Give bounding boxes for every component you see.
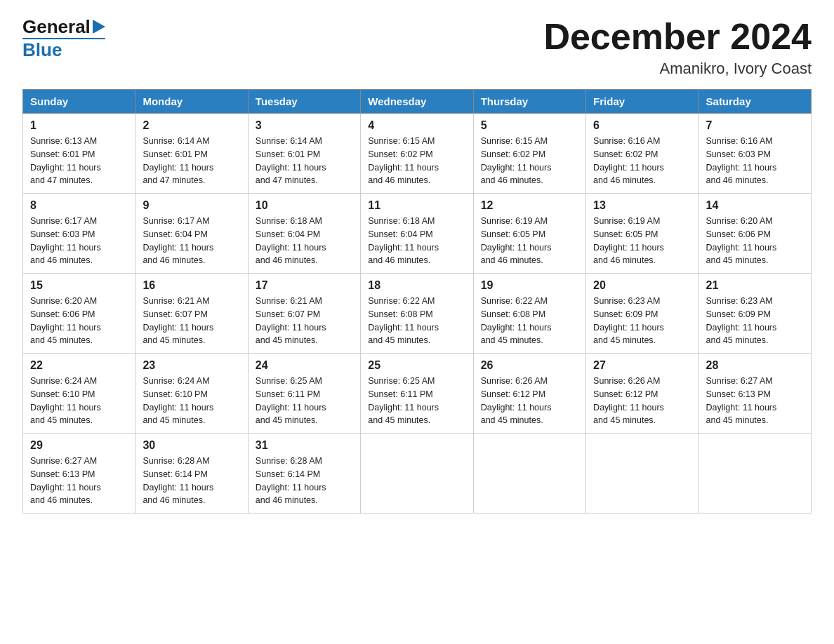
- day-number: 12: [481, 199, 578, 212]
- day-number: 20: [593, 279, 691, 292]
- day-info: Sunrise: 6:13 AMSunset: 6:01 PMDaylight:…: [30, 136, 101, 185]
- day-number: 19: [481, 279, 578, 292]
- day-number: 26: [481, 359, 578, 372]
- calendar-cell: 6 Sunrise: 6:16 AMSunset: 6:02 PMDayligh…: [586, 114, 699, 194]
- calendar-cell: 21 Sunrise: 6:23 AMSunset: 6:09 PMDaylig…: [699, 274, 811, 354]
- calendar-cell: 26 Sunrise: 6:26 AMSunset: 6:12 PMDaylig…: [473, 354, 585, 434]
- calendar-cell: 2 Sunrise: 6:14 AMSunset: 6:01 PMDayligh…: [135, 114, 248, 194]
- calendar-cell: 24 Sunrise: 6:25 AMSunset: 6:11 PMDaylig…: [248, 354, 360, 434]
- day-number: 10: [256, 199, 353, 212]
- day-number: 29: [30, 439, 128, 452]
- day-number: 31: [256, 439, 353, 452]
- day-info: Sunrise: 6:28 AMSunset: 6:14 PMDaylight:…: [143, 456, 213, 505]
- calendar-cell: 20 Sunrise: 6:23 AMSunset: 6:09 PMDaylig…: [586, 274, 699, 354]
- day-info: Sunrise: 6:15 AMSunset: 6:02 PMDaylight:…: [368, 136, 439, 185]
- day-number: 7: [706, 119, 804, 132]
- day-number: 8: [30, 199, 128, 212]
- day-info: Sunrise: 6:25 AMSunset: 6:11 PMDaylight:…: [256, 376, 326, 425]
- week-row-2: 8 Sunrise: 6:17 AMSunset: 6:03 PMDayligh…: [23, 194, 812, 274]
- calendar-table: Sunday Monday Tuesday Wednesday Thursday…: [22, 89, 812, 514]
- day-number: 28: [706, 359, 804, 372]
- day-number: 15: [30, 279, 128, 292]
- day-number: 13: [593, 199, 691, 212]
- calendar-cell: 13 Sunrise: 6:19 AMSunset: 6:05 PMDaylig…: [586, 194, 699, 274]
- day-info: Sunrise: 6:25 AMSunset: 6:11 PMDaylight:…: [368, 376, 439, 425]
- day-info: Sunrise: 6:21 AMSunset: 6:07 PMDaylight:…: [256, 296, 326, 345]
- calendar-cell: 11 Sunrise: 6:18 AMSunset: 6:04 PMDaylig…: [361, 194, 473, 274]
- day-info: Sunrise: 6:22 AMSunset: 6:08 PMDaylight:…: [368, 296, 439, 345]
- day-number: 2: [143, 119, 240, 132]
- day-info: Sunrise: 6:20 AMSunset: 6:06 PMDaylight:…: [30, 296, 101, 345]
- calendar-cell: [361, 434, 473, 514]
- day-number: 14: [706, 199, 804, 212]
- calendar-cell: 12 Sunrise: 6:19 AMSunset: 6:05 PMDaylig…: [473, 194, 585, 274]
- day-number: 3: [256, 119, 353, 132]
- logo-general-text: General: [22, 18, 91, 36]
- calendar-cell: 7 Sunrise: 6:16 AMSunset: 6:03 PMDayligh…: [699, 114, 811, 194]
- header-sunday: Sunday: [23, 90, 135, 114]
- day-number: 23: [143, 359, 240, 372]
- day-info: Sunrise: 6:27 AMSunset: 6:13 PMDaylight:…: [30, 456, 101, 505]
- calendar-cell: 31 Sunrise: 6:28 AMSunset: 6:14 PMDaylig…: [248, 434, 360, 514]
- header-tuesday: Tuesday: [248, 90, 360, 114]
- calendar-cell: 18 Sunrise: 6:22 AMSunset: 6:08 PMDaylig…: [361, 274, 473, 354]
- day-info: Sunrise: 6:26 AMSunset: 6:12 PMDaylight:…: [593, 376, 664, 425]
- day-info: Sunrise: 6:26 AMSunset: 6:12 PMDaylight:…: [481, 376, 552, 425]
- day-info: Sunrise: 6:24 AMSunset: 6:10 PMDaylight:…: [143, 376, 213, 425]
- calendar-cell: 25 Sunrise: 6:25 AMSunset: 6:11 PMDaylig…: [361, 354, 473, 434]
- week-row-1: 1 Sunrise: 6:13 AMSunset: 6:01 PMDayligh…: [23, 114, 812, 194]
- day-info: Sunrise: 6:18 AMSunset: 6:04 PMDaylight:…: [368, 216, 439, 265]
- day-number: 30: [143, 439, 240, 452]
- location-title: Amanikro, Ivory Coast: [543, 60, 812, 78]
- day-info: Sunrise: 6:19 AMSunset: 6:05 PMDaylight:…: [593, 216, 664, 265]
- day-number: 21: [706, 279, 804, 292]
- calendar-cell: 17 Sunrise: 6:21 AMSunset: 6:07 PMDaylig…: [248, 274, 360, 354]
- day-number: 5: [481, 119, 578, 132]
- day-info: Sunrise: 6:23 AMSunset: 6:09 PMDaylight:…: [593, 296, 664, 345]
- calendar-cell: 14 Sunrise: 6:20 AMSunset: 6:06 PMDaylig…: [699, 194, 811, 274]
- calendar-cell: 29 Sunrise: 6:27 AMSunset: 6:13 PMDaylig…: [23, 434, 135, 514]
- logo: General Blue: [22, 17, 105, 59]
- calendar-cell: 15 Sunrise: 6:20 AMSunset: 6:06 PMDaylig…: [23, 274, 135, 354]
- logo-blue-text: Blue: [22, 39, 62, 60]
- header-wednesday: Wednesday: [361, 90, 473, 114]
- calendar-cell: 27 Sunrise: 6:26 AMSunset: 6:12 PMDaylig…: [586, 354, 699, 434]
- calendar-cell: [473, 434, 585, 514]
- day-info: Sunrise: 6:15 AMSunset: 6:02 PMDaylight:…: [481, 136, 552, 185]
- calendar-cell: 4 Sunrise: 6:15 AMSunset: 6:02 PMDayligh…: [361, 114, 473, 194]
- week-row-3: 15 Sunrise: 6:20 AMSunset: 6:06 PMDaylig…: [23, 274, 812, 354]
- day-info: Sunrise: 6:17 AMSunset: 6:04 PMDaylight:…: [143, 216, 213, 265]
- day-number: 24: [256, 359, 353, 372]
- calendar-cell: 3 Sunrise: 6:14 AMSunset: 6:01 PMDayligh…: [248, 114, 360, 194]
- calendar-cell: 28 Sunrise: 6:27 AMSunset: 6:13 PMDaylig…: [699, 354, 811, 434]
- day-number: 4: [368, 119, 465, 132]
- calendar-cell: 1 Sunrise: 6:13 AMSunset: 6:01 PMDayligh…: [23, 114, 135, 194]
- day-info: Sunrise: 6:20 AMSunset: 6:06 PMDaylight:…: [706, 216, 777, 265]
- day-number: 22: [30, 359, 128, 372]
- day-info: Sunrise: 6:17 AMSunset: 6:03 PMDaylight:…: [30, 216, 101, 265]
- month-year-title: December 2024: [543, 17, 812, 57]
- day-number: 18: [368, 279, 465, 292]
- header-thursday: Thursday: [473, 90, 585, 114]
- calendar-cell: 9 Sunrise: 6:17 AMSunset: 6:04 PMDayligh…: [135, 194, 248, 274]
- calendar-cell: [699, 434, 811, 514]
- day-number: 11: [368, 199, 465, 212]
- day-number: 25: [368, 359, 465, 372]
- calendar-cell: 30 Sunrise: 6:28 AMSunset: 6:14 PMDaylig…: [135, 434, 248, 514]
- day-info: Sunrise: 6:21 AMSunset: 6:07 PMDaylight:…: [143, 296, 213, 345]
- header-monday: Monday: [135, 90, 248, 114]
- day-info: Sunrise: 6:22 AMSunset: 6:08 PMDaylight:…: [481, 296, 552, 345]
- day-info: Sunrise: 6:19 AMSunset: 6:05 PMDaylight:…: [481, 216, 552, 265]
- day-info: Sunrise: 6:14 AMSunset: 6:01 PMDaylight:…: [143, 136, 213, 185]
- day-info: Sunrise: 6:27 AMSunset: 6:13 PMDaylight:…: [706, 376, 777, 425]
- calendar-cell: 5 Sunrise: 6:15 AMSunset: 6:02 PMDayligh…: [473, 114, 585, 194]
- header-row: Sunday Monday Tuesday Wednesday Thursday…: [23, 90, 812, 114]
- day-number: 16: [143, 279, 240, 292]
- day-info: Sunrise: 6:16 AMSunset: 6:02 PMDaylight:…: [593, 136, 664, 185]
- header-saturday: Saturday: [699, 90, 811, 114]
- day-info: Sunrise: 6:28 AMSunset: 6:14 PMDaylight:…: [256, 456, 326, 505]
- day-info: Sunrise: 6:23 AMSunset: 6:09 PMDaylight:…: [706, 296, 777, 345]
- calendar-cell: 8 Sunrise: 6:17 AMSunset: 6:03 PMDayligh…: [23, 194, 135, 274]
- calendar-cell: 22 Sunrise: 6:24 AMSunset: 6:10 PMDaylig…: [23, 354, 135, 434]
- day-number: 17: [256, 279, 353, 292]
